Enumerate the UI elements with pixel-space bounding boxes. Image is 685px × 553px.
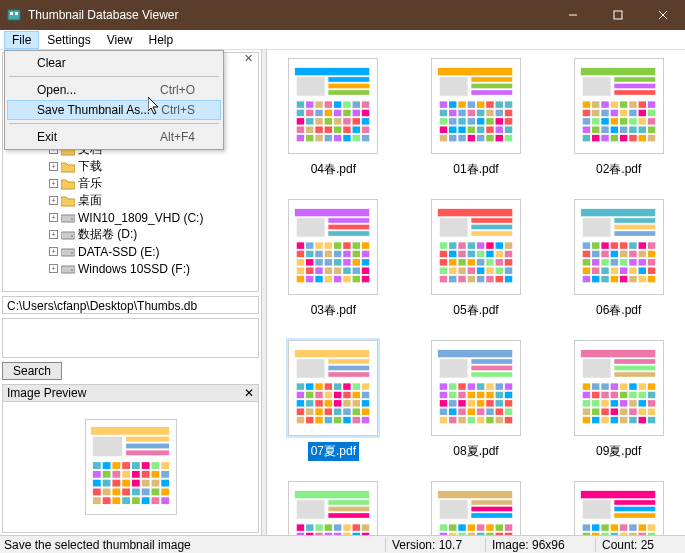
- svg-rect-168: [629, 110, 636, 117]
- svg-rect-455: [638, 408, 645, 415]
- close-button[interactable]: [640, 0, 685, 30]
- svg-rect-221: [344, 259, 351, 266]
- expander-icon[interactable]: +: [49, 179, 58, 188]
- svg-rect-316: [601, 267, 608, 274]
- menu-item-save-thumbnail[interactable]: Save Thumbnail As...Ctrl+S: [7, 100, 221, 120]
- svg-rect-7: [61, 215, 75, 222]
- thumbnail-item[interactable]: 12夏.pdf: [562, 479, 675, 535]
- tree-item[interactable]: +下载: [15, 158, 258, 175]
- svg-rect-175: [620, 118, 627, 125]
- svg-rect-467: [329, 500, 370, 505]
- svg-rect-9: [61, 232, 75, 239]
- svg-rect-122: [477, 110, 484, 117]
- svg-rect-353: [316, 400, 323, 407]
- tree-item[interactable]: +WIN10_1809_VHD (C:): [15, 209, 258, 226]
- svg-rect-312: [638, 259, 645, 266]
- svg-rect-229: [344, 267, 351, 274]
- svg-rect-216: [297, 259, 304, 266]
- svg-rect-179: [582, 126, 589, 133]
- svg-rect-115: [486, 101, 493, 108]
- svg-rect-344: [306, 392, 313, 399]
- thumbnail-item[interactable]: 02春.pdf: [562, 56, 675, 179]
- svg-rect-185: [638, 126, 645, 133]
- thumbnail-item[interactable]: 09夏.pdf: [562, 338, 675, 461]
- svg-rect-270: [449, 267, 456, 274]
- svg-rect-482: [334, 533, 341, 535]
- svg-rect-358: [362, 400, 369, 407]
- menu-view[interactable]: View: [99, 31, 141, 49]
- svg-rect-373: [353, 417, 360, 424]
- svg-rect-310: [620, 259, 627, 266]
- menu-item-open[interactable]: Open...Ctrl+O: [7, 80, 221, 100]
- file-menu-dropdown: Clear Open...Ctrl+O Save Thumbnail As...…: [4, 50, 224, 150]
- svg-rect-231: [362, 267, 369, 274]
- thumbnail-item[interactable]: 05春.pdf: [420, 197, 533, 320]
- expander-icon[interactable]: +: [49, 247, 58, 256]
- menu-help[interactable]: Help: [141, 31, 182, 49]
- svg-rect-105: [438, 68, 512, 75]
- svg-rect-44: [92, 488, 100, 495]
- tree-close-icon[interactable]: ✕: [244, 52, 253, 65]
- svg-rect-452: [610, 408, 617, 415]
- svg-rect-432: [647, 383, 654, 390]
- app-icon: [6, 7, 22, 23]
- svg-rect-298: [582, 251, 589, 258]
- thumbnail-item[interactable]: 10夏.pdf: [277, 479, 390, 535]
- expander-icon[interactable]: +: [49, 230, 58, 239]
- svg-rect-571: [610, 533, 617, 535]
- expander-icon[interactable]: +: [49, 264, 58, 273]
- svg-rect-230: [353, 267, 360, 274]
- minimize-button[interactable]: [550, 0, 595, 30]
- svg-rect-112: [458, 101, 465, 108]
- svg-rect-72: [362, 101, 369, 108]
- svg-rect-160: [629, 101, 636, 108]
- svg-rect-302: [620, 251, 627, 258]
- thumbnail-item[interactable]: 03春.pdf: [277, 197, 390, 320]
- search-button[interactable]: Search: [2, 362, 62, 380]
- svg-rect-453: [620, 408, 627, 415]
- svg-rect-190: [610, 135, 617, 142]
- menu-item-exit[interactable]: ExitAlt+F4: [7, 127, 221, 147]
- svg-rect-572: [620, 533, 627, 535]
- expander-icon[interactable]: +: [49, 213, 58, 222]
- menu-file[interactable]: File: [4, 31, 39, 49]
- thumbnail-gallery[interactable]: 04春.pdf01春.pdf02春.pdf03春.pdf05春.pdf06春.p…: [267, 50, 685, 535]
- tree-item[interactable]: +桌面: [15, 192, 258, 209]
- svg-rect-274: [486, 267, 493, 274]
- thumbnail-item[interactable]: 11夏.pdf: [420, 479, 533, 535]
- thumbnail-item[interactable]: 01春.pdf: [420, 56, 533, 179]
- search-input[interactable]: [2, 318, 259, 358]
- svg-rect-48: [131, 488, 139, 495]
- tree-item[interactable]: +数据卷 (D:): [15, 226, 258, 243]
- maximize-button[interactable]: [595, 0, 640, 30]
- thumbnail-item[interactable]: 08夏.pdf: [420, 338, 533, 461]
- svg-rect-284: [505, 276, 512, 283]
- expander-icon[interactable]: +: [49, 162, 58, 171]
- svg-rect-365: [353, 408, 360, 415]
- svg-rect-237: [344, 276, 351, 283]
- svg-rect-152: [614, 77, 655, 82]
- menu-item-clear[interactable]: Clear: [7, 53, 221, 73]
- svg-rect-440: [647, 392, 654, 399]
- thumbnail-item[interactable]: 07夏.pdf: [277, 338, 390, 461]
- svg-rect-413: [449, 417, 456, 424]
- tree-item[interactable]: +DATA-SSD (E:): [15, 243, 258, 260]
- thumbnail-item[interactable]: 04春.pdf: [277, 56, 390, 179]
- svg-rect-103: [353, 135, 360, 142]
- svg-rect-129: [468, 118, 475, 125]
- menu-settings[interactable]: Settings: [39, 31, 98, 49]
- preview-close-icon[interactable]: ✕: [244, 386, 254, 400]
- tree-item[interactable]: +Windows 10SSD (F:): [15, 260, 258, 277]
- tree-item[interactable]: +音乐: [15, 175, 258, 192]
- thumbnail-item[interactable]: 06春.pdf: [562, 197, 675, 320]
- svg-rect-154: [614, 90, 655, 95]
- svg-rect-405: [449, 408, 456, 415]
- expander-icon[interactable]: +: [49, 196, 58, 205]
- svg-rect-280: [468, 276, 475, 283]
- svg-rect-123: [486, 110, 493, 117]
- svg-rect-439: [638, 392, 645, 399]
- svg-rect-206: [353, 242, 360, 249]
- svg-rect-204: [334, 242, 341, 249]
- svg-rect-153: [614, 84, 655, 89]
- svg-point-12: [71, 252, 73, 254]
